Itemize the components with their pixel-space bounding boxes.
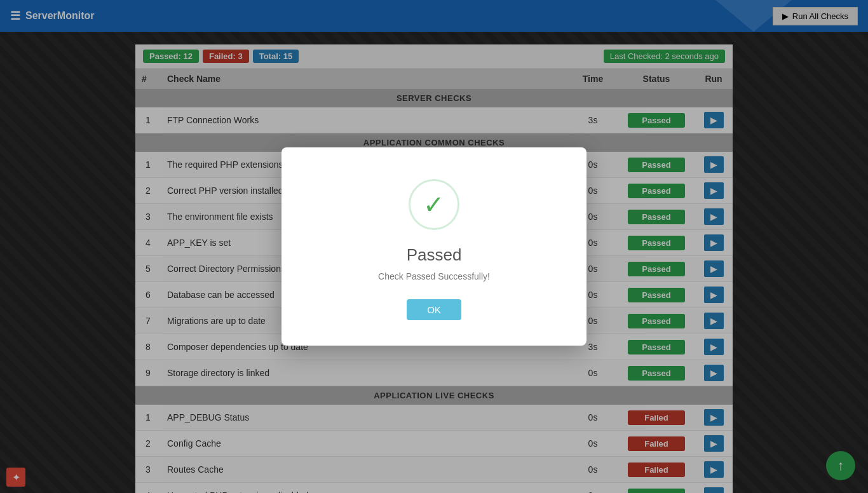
modal-ok-button[interactable]: OK (407, 299, 461, 320)
checkmark-icon: ✓ (423, 190, 445, 219)
modal-subtitle: Check Passed Successfully! (320, 271, 548, 281)
modal-overlay: ✓ Passed Check Passed Successfully! OK (0, 0, 868, 493)
modal-title: Passed (320, 245, 548, 265)
modal-dialog: ✓ Passed Check Passed Successfully! OK (281, 147, 587, 346)
modal-checkmark-circle: ✓ (409, 179, 459, 230)
